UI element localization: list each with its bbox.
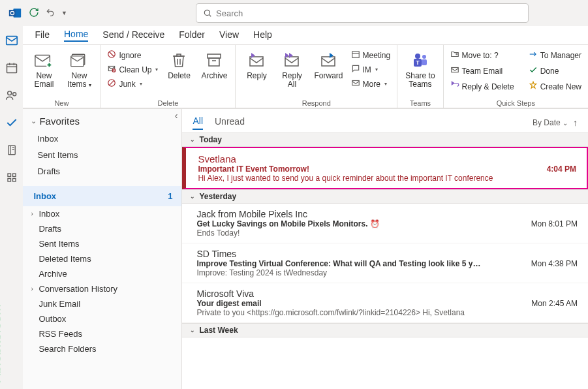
reply-all-button[interactable]: Reply All: [276, 48, 307, 90]
ignore-icon: [107, 50, 116, 61]
qs-teamemail-button[interactable]: Team Email: [449, 65, 516, 77]
menu-home[interactable]: Home: [64, 29, 88, 42]
svg-point-42: [415, 54, 420, 59]
meeting-button[interactable]: Meeting: [350, 49, 392, 61]
im-button[interactable]: IM▾: [350, 63, 392, 76]
rail-todo-icon[interactable]: [4, 115, 20, 131]
rail-notes-icon[interactable]: [4, 142, 20, 158]
menu-view[interactable]: View: [219, 29, 239, 41]
done-icon: [529, 65, 538, 76]
tree-archive[interactable]: Archive: [23, 266, 181, 281]
fav-inbox[interactable]: Inbox: [23, 131, 181, 147]
share-to-teams-button[interactable]: T Share to Teams: [403, 48, 437, 90]
svg-line-30: [109, 80, 114, 86]
svg-rect-15: [12, 174, 16, 177]
message-time: Mon 8:01 PM: [531, 219, 578, 228]
message-subject: Improve Testing Virtual Conference: What…: [196, 259, 484, 268]
menu-folder[interactable]: Folder: [179, 29, 205, 41]
svg-rect-37: [285, 57, 298, 66]
junk-button[interactable]: Junk▾: [106, 78, 159, 90]
message-item[interactable]: SD Times Improve Testing Virtual Confere…: [182, 243, 588, 283]
tree-conversation-history[interactable]: ›Conversation History: [23, 281, 181, 296]
collapse-pane-icon[interactable]: ‹: [175, 110, 178, 121]
undo-icon[interactable]: [46, 8, 55, 19]
filter-unread[interactable]: Unread: [215, 116, 245, 129]
search-box[interactable]: [196, 3, 529, 23]
message-subject: Get Lucky Savings on Mobile Pixels Monit…: [196, 219, 379, 228]
cleanup-button[interactable]: Clean Up▾: [106, 63, 159, 76]
tree-outbox[interactable]: Outbox: [23, 311, 181, 326]
fav-drafts[interactable]: Drafts: [23, 163, 181, 179]
message-list[interactable]: ⌄Today Svetlana Important IT Event Tomor…: [182, 132, 588, 389]
date-group-lastweek[interactable]: ⌄Last Week: [182, 323, 588, 337]
ribbon-group-teams-label: Teams: [397, 99, 442, 107]
message-item[interactable]: Svetlana Important IT Event Tomorrow! 4:…: [182, 147, 588, 189]
tree-search-folders[interactable]: Search Folders: [23, 341, 181, 356]
archive-button[interactable]: Archive: [198, 48, 230, 82]
filter-bar: All Unread By Date ⌄ ↑: [182, 109, 588, 132]
menu-help[interactable]: Help: [253, 29, 272, 41]
svg-line-4: [209, 15, 211, 17]
tree-rss[interactable]: RSS Feeds: [23, 326, 181, 341]
fav-sent[interactable]: Sent Items: [23, 147, 181, 163]
qs-done-button[interactable]: Done: [527, 65, 583, 77]
menu-bar: File Home Send / Receive Folder View Hel…: [23, 26, 588, 44]
new-items-button[interactable]: New Items ▾: [63, 48, 95, 90]
date-group-today[interactable]: ⌄Today: [182, 132, 588, 147]
body-area: ‹ ⌄ Favorites Inbox Sent Items Drafts In…: [23, 108, 588, 389]
sort-by-date[interactable]: By Date ⌄: [533, 118, 568, 127]
ribbon-group-quicksteps-label: Quick Steps: [444, 99, 588, 107]
date-group-yesterday[interactable]: ⌄Yesterday: [182, 189, 588, 204]
rail-mail-icon[interactable]: [4, 33, 20, 48]
menu-file[interactable]: File: [35, 29, 50, 41]
delete-button[interactable]: Delete: [163, 48, 194, 82]
sync-icon[interactable]: [29, 7, 39, 20]
reply-button[interactable]: Reply: [241, 48, 272, 82]
new-email-button[interactable]: New Email: [28, 48, 59, 90]
menu-send-receive[interactable]: Send / Receive: [102, 29, 164, 41]
message-time: Mon 2:45 AM: [531, 299, 578, 308]
tree-junk[interactable]: Junk Email: [23, 296, 181, 311]
rail-calendar-icon[interactable]: [4, 60, 20, 76]
svg-rect-6: [7, 64, 16, 72]
search-input[interactable]: [216, 8, 521, 18]
sort-direction-icon[interactable]: ↑: [573, 117, 578, 128]
svg-point-43: [422, 55, 426, 59]
tree-drafts[interactable]: Drafts: [23, 221, 181, 236]
svg-rect-38: [322, 57, 335, 66]
favorites-header[interactable]: ⌄ Favorites: [23, 109, 181, 131]
message-from: Svetlana: [198, 153, 576, 164]
ribbon-group-respond: Reply Reply All Forward Meeting IM▾ More…: [236, 45, 397, 108]
qs-replydelete-button[interactable]: Reply & Delete: [449, 80, 516, 93]
svg-point-3: [204, 10, 209, 15]
tree-deleted[interactable]: Deleted Items: [23, 251, 181, 266]
reply-all-icon: [283, 49, 301, 71]
message-preview: Private to you <https://go.microsoft.com…: [196, 308, 578, 317]
qs-moveto-button[interactable]: Move to: ?: [449, 49, 516, 61]
qs-createnew-button[interactable]: Create New: [527, 80, 583, 93]
tree-sent[interactable]: Sent Items: [23, 236, 181, 251]
forward-icon: [319, 49, 337, 71]
forward-button[interactable]: Forward: [311, 48, 345, 82]
message-item[interactable]: Microsoft Viva Your digest email Mon 2:4…: [182, 283, 588, 323]
title-bar: ▼: [0, 0, 588, 26]
ribbon-group-new-label: New: [23, 99, 100, 107]
quick-access-toolbar: ▼: [29, 7, 67, 20]
chevron-down-icon: ⌄: [190, 193, 195, 200]
message-item[interactable]: Jack from Mobile Pixels Inc Get Lucky Sa…: [182, 204, 588, 243]
folder-inbox-selected[interactable]: Inbox 1: [23, 186, 181, 206]
qs-tomanager-button[interactable]: To Manager: [527, 49, 583, 61]
favorites-list: Inbox Sent Items Drafts: [23, 131, 181, 179]
ignore-button[interactable]: Ignore: [106, 49, 159, 61]
content-area: File Home Send / Receive Folder View Hel…: [23, 26, 588, 389]
reply-icon: [247, 49, 266, 71]
filter-all[interactable]: All: [193, 116, 203, 130]
rail-more-icon[interactable]: [4, 170, 20, 185]
tree-inbox[interactable]: ›Inbox: [23, 206, 181, 221]
ribbon-group-delete-label: Delete: [101, 99, 235, 107]
qat-dropdown-icon[interactable]: ▼: [61, 10, 67, 16]
svg-rect-34: [209, 58, 219, 66]
watermark: Ablebits.com: [0, 304, 4, 383]
rail-people-icon[interactable]: [4, 87, 20, 103]
respond-more-button[interactable]: More▾: [350, 78, 392, 90]
